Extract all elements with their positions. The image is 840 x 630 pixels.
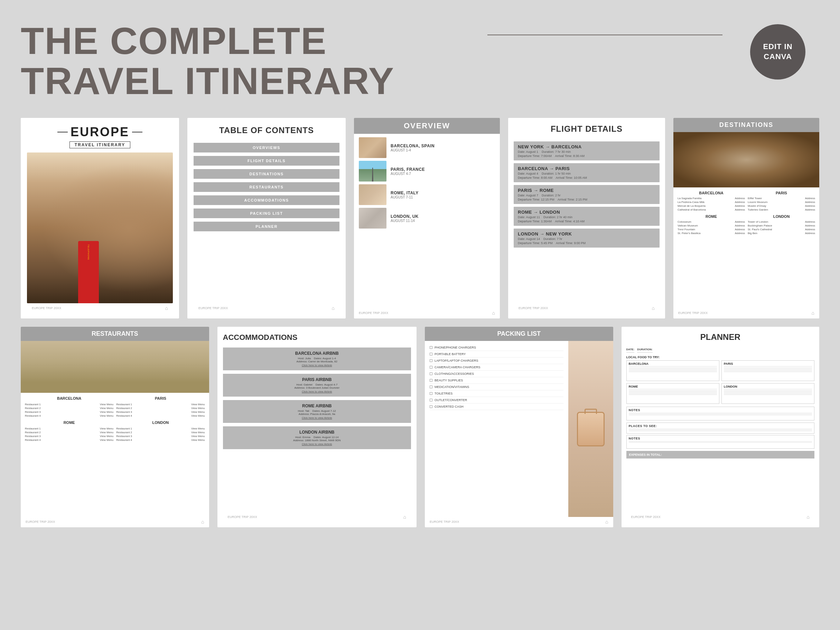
pack-checkbox[interactable] [429,366,433,369]
accom-london: LONDON AIRBNB Host: Emma Dates: August 1… [223,426,411,449]
cover-home-icon: ⌂ [165,305,168,311]
pack-item-toiletries: TOILETRIES [429,390,564,397]
planner-local-food-label: LOCAL FOOD TO TRY: [626,355,815,359]
pack-item-beauty: BEAUTY SUPPLIES [429,377,564,384]
overview-item-barcelona: BARCELONA, SPAIN AUGUST 1-4 [359,137,495,158]
pack-content: PHONE/PHONE CHARGERS PORTABLE BATTERY LA… [425,341,613,517]
dest-home-icon: ⌂ [812,310,815,316]
rest-col-barcelona: BARCELONA Restaurant 1View Menu Restaura… [25,396,114,418]
pack-checkbox[interactable] [429,359,433,362]
toc-item-flights[interactable]: FLIGHT DETAILS [194,156,339,166]
pack-checkbox[interactable] [429,392,433,395]
rest-photo [21,341,209,393]
overview-footer-text: EUROPE TRIP 20XX [359,311,388,315]
packing-card: PACKING LIST PHONE/PHONE CHARGERS PORTAB… [425,327,613,527]
planner-cell-london: LONDON [722,383,815,404]
toc-item-destinations[interactable]: DESTINATIONS [194,169,339,179]
accom-barcelona: BARCELONA AIRBNB Host: Julia Dates: Augu… [223,347,411,370]
toc-title: TABLE OF CONTENTS [194,126,339,135]
pack-suitcase-illustration [568,341,613,517]
flight-routes: NEW YORK → BARCELONA Date: August 1 Dura… [514,141,660,303]
overview-item-london: LONDON, UK AUGUST 11-14 [359,208,495,229]
rest-title: RESTAURANTS [21,327,209,341]
rest-col-paris: PARIS Restaurant 1View Menu Restaurant 2… [116,396,205,418]
pack-footer-text: EUROPE TRIP 20XX [429,520,459,524]
thumb-london [359,208,387,229]
thumb-paris [359,161,387,182]
main-title: THE COMPLETE TRAVEL ITINERARY [21,21,819,101]
cover-title: EUROPE TRAVEL ITINERARY [27,125,173,148]
cover-photo [27,153,173,303]
pack-items-list: PHONE/PHONE CHARGERS PORTABLE BATTERY LA… [425,341,568,517]
destinations-card: DESTINATIONS BARCELONA La Sagrada Famili… [673,118,819,319]
accom-title: ACCOMMODATIONS [223,333,411,342]
flight-london-ny: LONDON → NEW YORK Date: August 14 Durati… [514,229,660,248]
pack-checkbox[interactable] [429,373,433,375]
planner-footer: EUROPE TRIP 20XX ⌂ [626,512,815,523]
pack-checkbox[interactable] [429,405,433,408]
accom-paris: PARIS AIRBNB Host: Gabriel Dates: August… [223,374,411,396]
overview-title: OVERVIEW [354,118,500,134]
overview-card: OVERVIEW BARCELONA, SPAIN AUGUST 1-4 PAR… [354,118,500,319]
dest-footer: EUROPE TRIP 20XX ⌂ [673,308,819,319]
toc-item-planner[interactable]: PLANNER [194,222,339,231]
planner-expenses-section: EXPENSES IN TOTAL: [626,451,815,458]
flight-ny-bcn: NEW YORK → BARCELONA Date: August 1 Dura… [514,141,660,160]
rest-photo-inner [21,341,209,393]
pack-item-phone: PHONE/PHONE CHARGERS [429,344,564,351]
dest-footer-text: EUROPE TRIP 20XX [678,311,707,315]
dest-content: BARCELONA La Sagrada FamiliaAddress La P… [673,188,819,308]
edit-in-canva-badge[interactable]: EDIT INCANVA [750,24,805,79]
flight-rome-london: ROME → LONDON Date: August 11 Duration: … [514,207,660,226]
dest-col-paris: PARIS Eiffel TowerAddress Louvre MuseumA… [748,191,815,212]
toc-footer: EUROPE TRIP 20XX ⌂ [194,303,339,314]
overview-destinations: BARCELONA, SPAIN AUGUST 1-4 PARIS, FRANC… [354,134,500,308]
overview-label-barcelona: BARCELONA, SPAIN AUGUST 1-4 [391,144,434,152]
planner-footer-text: EUROPE TRIP 20XX [631,515,661,519]
flight-title: FLIGHT DETAILS [514,124,660,134]
flight-footer-text: EUROPE TRIP 20XX [518,306,548,310]
dest-header: DESTINATIONS [673,118,819,188]
planner-home-icon: ⌂ [807,514,810,520]
pack-item-camera: CAMERA/CAMERA CHARGERS [429,364,564,371]
toc-home-icon: ⌂ [332,305,335,311]
accommodations-card: ACCOMMODATIONS BARCELONA AIRBNB Host: Ju… [218,327,417,527]
eiffel-illustration [369,168,376,182]
flight-card: FLIGHT DETAILS NEW YORK → BARCELONA Date… [508,118,665,319]
cover-lines: EUROPE [27,125,173,139]
planner-date-field: DATE: [626,346,635,353]
planner-cell-paris: PARIS [722,360,815,381]
cover-footer: EUROPE TRIP 20XX ⌂ [27,303,173,314]
toc-item-accommodations[interactable]: ACCOMMODATIONS [194,195,339,205]
rest-content: BARCELONA Restaurant 1View Menu Restaura… [21,393,209,517]
dest-photo-illustration [673,132,819,188]
pack-item-outlet: OUTLET/CONVERTER [429,397,564,404]
header-divider [488,35,723,35]
pack-item-battery: PORTABLE BATTERY [429,351,564,357]
toc-items-list: OVERVIEWS FLIGHT DETAILS DESTINATIONS RE… [194,143,339,303]
toc-item-overviews[interactable]: OVERVIEWS [194,143,339,153]
overview-label-london: LONDON, UK AUGUST 11-14 [391,214,418,223]
pack-title: PACKING LIST [425,327,613,341]
toc-item-packing[interactable]: PACKING LIST [194,208,339,218]
pack-item-laptop: LAPTOP/LAPTOP CHARGERS [429,357,564,364]
pack-item-medication: MEDICATION/VITAMINS [429,384,564,390]
pack-checkbox[interactable] [429,385,433,388]
phone-booth-illustration [78,241,99,303]
toc-card: TABLE OF CONTENTS OVERVIEWS FLIGHT DETAI… [187,118,346,319]
overview-label-paris: PARIS, FRANCE AUGUST 4-7 [391,167,425,176]
page-header: THE COMPLETE TRAVEL ITINERARY EDIT INCAN… [21,14,819,101]
planner-card: PLANNER DATE: DURATION: LOCAL FOOD TO TR… [622,327,819,527]
planner-duration-field: DURATION: [637,346,652,353]
cover-card: EUROPE TRAVEL ITINERARY EUROPE TRIP 20XX… [21,118,179,319]
dest-title: DESTINATIONS [673,118,819,132]
thumb-barcelona [359,137,387,158]
pack-checkbox[interactable] [429,353,433,355]
planner-cell-rome: ROME [626,383,719,404]
toc-item-restaurants[interactable]: RESTAURANTS [194,182,339,192]
pack-checkbox[interactable] [429,346,433,349]
cards-row-2: RESTAURANTS BARCELONA Restaurant 1View M… [21,327,819,527]
pack-checkbox[interactable] [429,379,433,382]
rest-columns: BARCELONA Restaurant 1View Menu Restaura… [25,396,205,442]
pack-checkbox[interactable] [429,399,433,401]
